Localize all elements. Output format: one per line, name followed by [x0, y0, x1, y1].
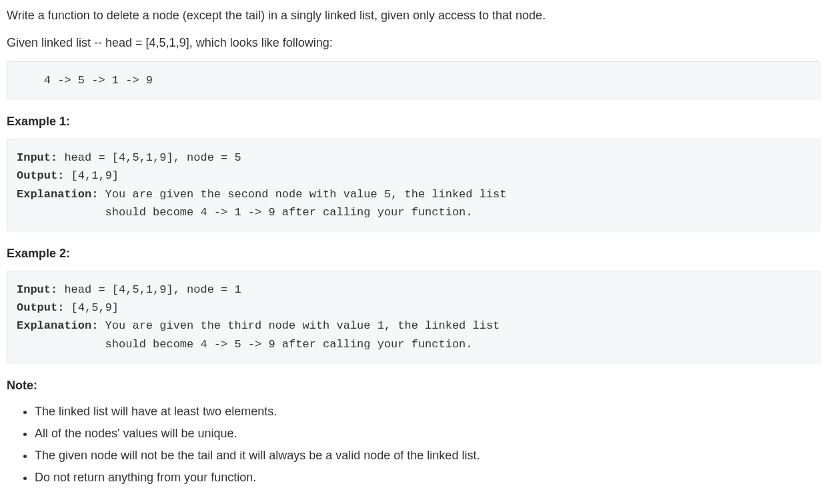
example-2-output-label: Output:: [17, 301, 64, 314]
example-1-output-label: Output:: [17, 169, 64, 182]
example-2-output-value: [4,5,9]: [64, 301, 119, 314]
list-item: Do not return anything from your functio…: [35, 469, 820, 487]
problem-intro-2: Given linked list -- head = [4,5,1,9], w…: [7, 34, 820, 52]
problem-intro-1: Write a function to delete a node (excep…: [7, 7, 820, 25]
linked-list-diagram: 4 -> 5 -> 1 -> 9: [7, 61, 820, 99]
example-1-output-value: [4,1,9]: [64, 169, 119, 182]
example-1-block: Input: head = [4,5,1,9], node = 5 Output…: [7, 139, 820, 231]
list-item: The linked list will have at least two e…: [35, 403, 820, 421]
example-1-input-label: Input:: [17, 151, 57, 164]
example-2-explanation-label: Explanation:: [17, 319, 98, 332]
example-1-heading: Example 1:: [7, 113, 820, 131]
example-2-input-value: head = [4,5,1,9], node = 1: [57, 283, 241, 296]
list-item: All of the nodes' values will be unique.: [35, 425, 820, 443]
list-item: The given node will not be the tail and …: [35, 447, 820, 465]
note-heading: Note:: [7, 377, 820, 395]
example-1-explanation-label: Explanation:: [17, 188, 98, 201]
example-2-block: Input: head = [4,5,1,9], node = 1 Output…: [7, 271, 820, 363]
note-list: The linked list will have at least two e…: [7, 403, 820, 487]
example-2-heading: Example 2:: [7, 245, 820, 263]
example-2-input-label: Input:: [17, 283, 57, 296]
example-1-input-value: head = [4,5,1,9], node = 5: [57, 151, 241, 164]
